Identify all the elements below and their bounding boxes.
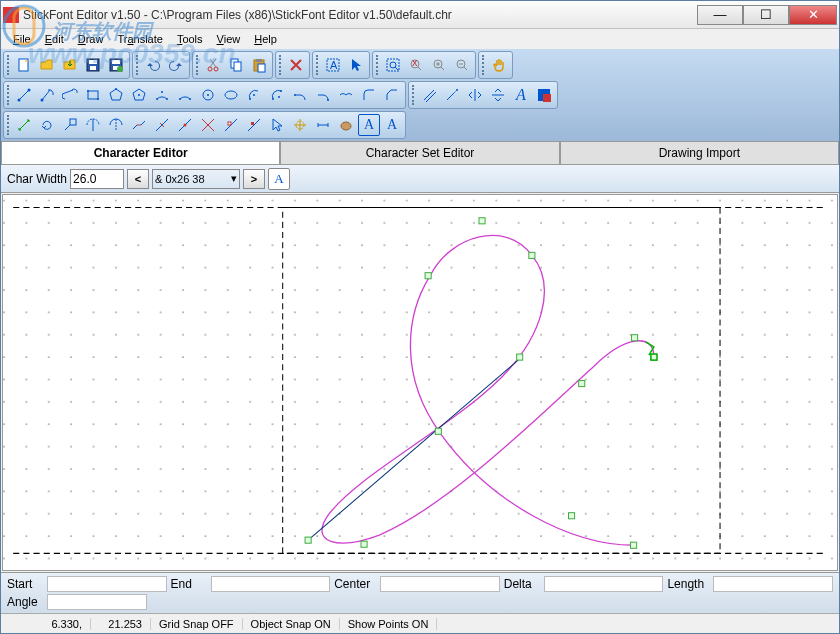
line-tan-icon[interactable] [36, 84, 58, 106]
arc-3p-icon[interactable] [151, 84, 173, 106]
minimize-button[interactable]: — [697, 5, 743, 25]
redo-icon[interactable] [165, 54, 187, 76]
pan-icon[interactable] [488, 54, 510, 76]
select-text-icon[interactable]: A [322, 54, 344, 76]
char-width-input[interactable] [70, 169, 124, 189]
pointer-icon[interactable] [345, 54, 367, 76]
delete-icon[interactable] [285, 54, 307, 76]
tab-drawing-import[interactable]: Drawing Import [560, 141, 839, 164]
end-field[interactable] [211, 576, 331, 592]
trim2-icon[interactable] [105, 114, 127, 136]
cross-icon[interactable] [197, 114, 219, 136]
arc-tan-icon[interactable] [289, 84, 311, 106]
menu-help[interactable]: Help [248, 31, 283, 47]
zoom-out-icon[interactable] [451, 54, 473, 76]
node-del-icon[interactable] [243, 114, 265, 136]
zoom-in-icon[interactable] [428, 54, 450, 76]
menu-draw[interactable]: Draw [72, 31, 110, 47]
ellipse-icon[interactable] [220, 84, 242, 106]
rotate-icon[interactable] [36, 114, 58, 136]
node-add-icon[interactable] [220, 114, 242, 136]
svg-rect-63 [529, 252, 535, 258]
menu-translate[interactable]: Translate [111, 31, 168, 47]
break-icon[interactable] [128, 114, 150, 136]
arc-tan2-icon[interactable] [312, 84, 334, 106]
copy-icon[interactable] [225, 54, 247, 76]
origin-icon[interactable] [289, 114, 311, 136]
menu-edit[interactable]: Edit [39, 31, 70, 47]
svg-rect-59 [361, 541, 367, 547]
clean-icon[interactable] [335, 114, 357, 136]
circle-c-icon[interactable] [197, 84, 219, 106]
rect-icon[interactable] [82, 84, 104, 106]
svg-rect-52 [251, 122, 254, 125]
line-icon[interactable] [13, 84, 35, 106]
prev-char-button[interactable]: < [127, 169, 149, 189]
arc-tt-icon[interactable] [335, 84, 357, 106]
measure-icon[interactable] [312, 114, 334, 136]
mirror-h-icon[interactable] [464, 84, 486, 106]
char-a-icon[interactable]: A [358, 114, 380, 136]
start-field[interactable] [47, 576, 167, 592]
chamfer-icon[interactable] [381, 84, 403, 106]
line-tan2-icon[interactable] [59, 84, 81, 106]
status-object-snap[interactable]: Object Snap ON [243, 618, 340, 630]
delta-field[interactable] [544, 576, 664, 592]
center-field[interactable] [380, 576, 500, 592]
preview-char-icon[interactable]: A [268, 168, 290, 190]
italic-icon[interactable]: A [510, 84, 532, 106]
svg-point-32 [161, 91, 163, 93]
status-grid-snap[interactable]: Grid Snap OFF [151, 618, 243, 630]
fillet-icon[interactable] [358, 84, 380, 106]
poly-icon[interactable] [105, 84, 127, 106]
close-button[interactable]: ✕ [789, 5, 837, 25]
move-icon[interactable] [13, 114, 35, 136]
import-icon[interactable] [59, 54, 81, 76]
pointer2-icon[interactable] [266, 114, 288, 136]
join-icon[interactable] [174, 114, 196, 136]
length-field[interactable] [713, 576, 833, 592]
zoom-reset-icon[interactable]: x [405, 54, 427, 76]
arc-sce-icon[interactable] [266, 84, 288, 106]
char-a2-icon[interactable]: A [381, 114, 403, 136]
svg-point-46 [456, 89, 458, 91]
paste-icon[interactable] [248, 54, 270, 76]
poly-c-icon[interactable] [128, 84, 150, 106]
svg-point-41 [272, 98, 274, 100]
scale-icon[interactable] [59, 114, 81, 136]
offset-icon[interactable] [418, 84, 440, 106]
color-icon[interactable] [533, 84, 555, 106]
next-char-button[interactable]: > [243, 169, 265, 189]
trim-icon[interactable] [82, 114, 104, 136]
zoom-window-icon[interactable] [382, 54, 404, 76]
menu-view[interactable]: View [211, 31, 247, 47]
angle-field[interactable] [47, 594, 147, 610]
svg-point-43 [278, 96, 280, 98]
svg-text:A: A [330, 59, 338, 71]
tab-character-set-editor[interactable]: Character Set Editor [280, 141, 559, 164]
svg-text:x: x [412, 57, 418, 68]
maximize-button[interactable]: ☐ [743, 5, 789, 25]
undo-icon[interactable] [142, 54, 164, 76]
svg-point-27 [87, 90, 89, 92]
svg-point-29 [115, 88, 117, 90]
arc-se-icon[interactable] [243, 84, 265, 106]
tab-character-editor[interactable]: Character Editor [1, 141, 280, 164]
split-icon[interactable] [151, 114, 173, 136]
menu-tools[interactable]: Tools [171, 31, 209, 47]
mirror-v-icon[interactable] [487, 84, 509, 106]
svg-rect-64 [517, 354, 523, 360]
cut-icon[interactable] [202, 54, 224, 76]
svg-rect-51 [228, 122, 231, 125]
open-icon[interactable] [36, 54, 58, 76]
char-select[interactable]: & 0x26 38▾ [152, 169, 240, 189]
status-coord-x: 6.330, [1, 618, 91, 630]
arc-2p-icon[interactable] [174, 84, 196, 106]
extend-icon[interactable] [441, 84, 463, 106]
drawing-canvas[interactable] [2, 194, 838, 571]
menu-file[interactable]: File [7, 31, 37, 47]
new-icon[interactable] [13, 54, 35, 76]
saveas-icon[interactable] [105, 54, 127, 76]
save-icon[interactable] [82, 54, 104, 76]
status-show-points[interactable]: Show Points ON [340, 618, 438, 630]
